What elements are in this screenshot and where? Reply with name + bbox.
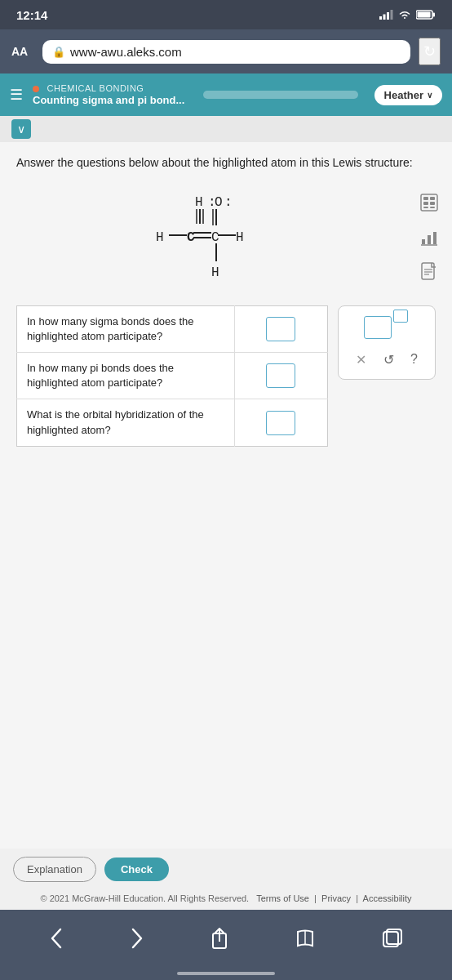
user-menu-button[interactable]: Heather ∨ <box>374 85 442 105</box>
svg-rect-16 <box>433 232 436 244</box>
main-content: Answer the questions below about the hig… <box>0 142 452 849</box>
question-text-1: In how many sigma bonds does the highlig… <box>17 305 235 352</box>
svg-rect-5 <box>433 13 436 17</box>
svg-text:C: C <box>211 230 219 245</box>
url-bar[interactable]: 🔒 www-awu.aleks.com <box>42 40 410 64</box>
footer-bar: Explanation Check <box>0 849 452 890</box>
svg-rect-11 <box>430 202 435 205</box>
bottom-nav <box>0 910 452 967</box>
svg-rect-3 <box>391 10 393 20</box>
answer-input-1[interactable] <box>266 317 295 341</box>
question-row-2: In how many pi bonds does the highlighte… <box>17 352 328 399</box>
explanation-button[interactable]: Explanation <box>13 857 96 882</box>
header-topic: CHEMICAL BONDING <box>33 83 187 93</box>
copyright-bar: © 2021 McGraw-Hill Education. All Rights… <box>0 890 452 910</box>
share-button[interactable] <box>197 920 242 956</box>
svg-rect-15 <box>428 235 431 244</box>
answer-panel: ✕ ↺ ? <box>338 305 436 380</box>
svg-text:H: H <box>156 230 164 245</box>
question-row-1: In how many sigma bonds does the highlig… <box>17 305 328 352</box>
svg-rect-10 <box>423 202 428 205</box>
svg-text:H: H <box>211 265 219 280</box>
tabs-button[interactable] <box>369 921 416 956</box>
svg-text:O: O <box>215 195 223 210</box>
spacer <box>16 460 436 770</box>
home-indicator <box>0 967 452 980</box>
accessibility-link[interactable]: Accessibility <box>363 893 412 903</box>
question-text-2: In how many pi bonds does the highlighte… <box>17 352 235 399</box>
progress-bar-container <box>197 91 364 99</box>
svg-rect-13 <box>430 207 435 208</box>
svg-rect-8 <box>423 197 428 200</box>
answer-actions: ✕ ↺ ? <box>350 350 423 369</box>
hamburger-icon[interactable]: ☰ <box>10 86 23 104</box>
header-subtitle: Counting sigma and pi bond... <box>33 94 187 106</box>
copyright-text: © 2021 McGraw-Hill Education. All Rights… <box>40 893 249 903</box>
question-text-3: What is the orbital hybridization of the… <box>17 399 235 446</box>
url-text: www-awu.aleks.com <box>70 45 182 59</box>
question-row-3: What is the orbital hybridization of the… <box>17 399 328 446</box>
lewis-structure-diagram: H : O : H C C H <box>16 188 436 286</box>
help-button[interactable]: ? <box>409 350 419 368</box>
browser-bar: AA 🔒 www-awu.aleks.com ↻ <box>0 29 452 74</box>
side-icons <box>418 191 441 283</box>
terms-link[interactable]: Terms of Use <box>256 893 309 903</box>
browser-aa-label[interactable]: AA <box>11 45 34 58</box>
document-icon[interactable] <box>418 260 441 283</box>
answer-input-2[interactable] <box>266 363 295 388</box>
battery-icon <box>416 10 436 20</box>
svg-rect-14 <box>422 239 425 244</box>
lock-icon: 🔒 <box>52 46 65 58</box>
home-indicator-bar <box>177 972 275 975</box>
question-instruction: Answer the questions below about the hig… <box>16 155 436 172</box>
wifi-icon <box>398 10 411 20</box>
topic-dot <box>33 86 39 92</box>
chevron-down-icon: ∨ <box>427 91 432 100</box>
header-info: CHEMICAL BONDING Counting sigma and pi b… <box>33 83 187 106</box>
svg-text:H: H <box>236 230 244 245</box>
calculator-icon[interactable] <box>418 191 441 214</box>
answer-display <box>350 316 423 339</box>
svg-rect-9 <box>430 197 435 200</box>
dropdown-toggle[interactable]: ∨ <box>11 119 31 139</box>
svg-rect-6 <box>418 12 431 18</box>
chart-icon[interactable] <box>418 225 441 248</box>
answer-input-3[interactable] <box>266 411 295 435</box>
user-name: Heather <box>384 89 423 101</box>
answer-input-cell-3 <box>234 399 327 446</box>
svg-text:H: H <box>195 195 203 210</box>
signal-icon <box>379 10 393 20</box>
lewis-svg: H : O : H C C H <box>144 188 308 286</box>
svg-rect-12 <box>423 207 428 208</box>
reload-button[interactable]: ↻ <box>419 38 441 65</box>
svg-rect-0 <box>379 16 382 20</box>
answer-input-cell-2 <box>234 352 327 399</box>
svg-rect-1 <box>383 15 386 20</box>
dropdown-row: ∨ <box>0 116 452 142</box>
svg-text::: : <box>224 195 233 210</box>
answer-main-box[interactable] <box>364 316 392 339</box>
forward-button[interactable] <box>117 920 157 956</box>
check-button[interactable]: Check <box>104 858 169 881</box>
answer-superscript-box[interactable] <box>393 310 408 323</box>
back-button[interactable] <box>36 920 77 956</box>
progress-bar <box>203 91 357 99</box>
time-display: 12:14 <box>16 8 47 22</box>
svg-rect-2 <box>387 12 389 20</box>
privacy-link[interactable]: Privacy <box>321 893 351 903</box>
book-button[interactable] <box>281 921 329 956</box>
questions-table: In how many sigma bonds does the highlig… <box>16 305 328 447</box>
answer-input-cell-1 <box>234 305 327 352</box>
status-icons <box>379 10 436 20</box>
close-button[interactable]: ✕ <box>354 350 368 369</box>
app-header: ☰ CHEMICAL BONDING Counting sigma and pi… <box>0 74 452 116</box>
status-bar: 12:14 <box>0 0 452 29</box>
undo-button[interactable]: ↺ <box>382 350 396 369</box>
